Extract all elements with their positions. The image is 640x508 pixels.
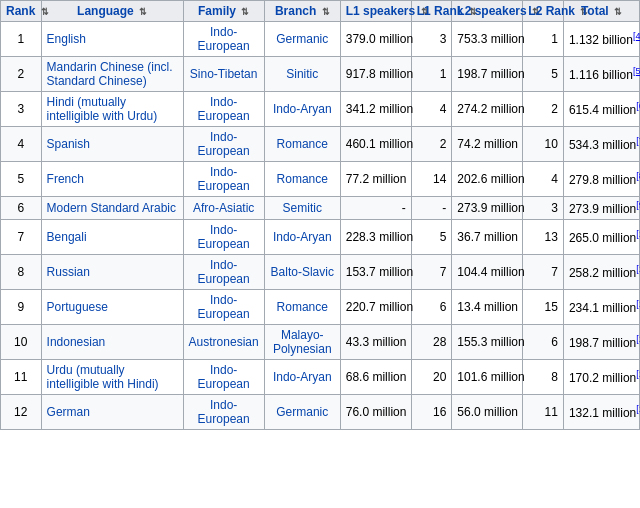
cell-branch-11[interactable]: Germanic: [264, 395, 340, 430]
cell-family-1[interactable]: Sino-Tibetan: [183, 57, 264, 92]
cell-branch-0[interactable]: Germanic: [264, 22, 340, 57]
table-row: 12GermanIndo-EuropeanGermanic76.0 millio…: [1, 395, 640, 430]
cell-lang-1[interactable]: Mandarin Chinese (incl. Standard Chinese…: [41, 57, 183, 92]
cell-num-9: 43.3 million: [340, 325, 411, 360]
cell-num-1: 198.7 million: [452, 57, 523, 92]
sup-link-5[interactable]: [9]: [636, 200, 640, 210]
cell-num-2: 341.2 million: [340, 92, 411, 127]
cell-num-7: 153.7 million: [340, 255, 411, 290]
cell-branch-3[interactable]: Romance: [264, 127, 340, 162]
sup-link-8[interactable]: [12]: [636, 299, 640, 309]
table-row: 8RussianIndo-EuropeanBalto-Slavic153.7 m…: [1, 255, 640, 290]
cell-num-3: 2: [411, 127, 452, 162]
cell-branch-2[interactable]: Indo-Aryan: [264, 92, 340, 127]
col-l2rank[interactable]: L2 Rank ⇅: [523, 1, 564, 22]
cell-num-0: 379.0 million: [340, 22, 411, 57]
col-rank[interactable]: Rank ⇅: [1, 1, 42, 22]
cell-branch-5[interactable]: Semitic: [264, 197, 340, 220]
cell-num-5: 3: [523, 197, 564, 220]
cell-rank-3: 4: [1, 127, 42, 162]
cell-num-1: 1: [411, 57, 452, 92]
cell-family-2[interactable]: Indo-European: [183, 92, 264, 127]
cell-branch-9[interactable]: Malayo-Polynesian: [264, 325, 340, 360]
col-branch[interactable]: Branch ⇅: [264, 1, 340, 22]
sup-link-6[interactable]: [10]: [636, 229, 640, 239]
cell-family-4[interactable]: Indo-European: [183, 162, 264, 197]
cell-lang-5[interactable]: Modern Standard Arabic: [41, 197, 183, 220]
cell-total-11: 132.1 million[15]: [563, 395, 639, 430]
cell-num-5: 273.9 million: [452, 197, 523, 220]
cell-lang-9[interactable]: Indonesian: [41, 325, 183, 360]
cell-family-5[interactable]: Afro-Asiatic: [183, 197, 264, 220]
sup-link-2[interactable]: [6]: [636, 101, 640, 111]
sort-icon-branch: ⇅: [322, 7, 330, 17]
cell-num-4: 4: [523, 162, 564, 197]
cell-branch-7[interactable]: Balto-Slavic: [264, 255, 340, 290]
cell-num-6: 13: [523, 220, 564, 255]
cell-lang-8[interactable]: Portuguese: [41, 290, 183, 325]
cell-lang-4[interactable]: French: [41, 162, 183, 197]
cell-lang-2[interactable]: Hindi (mutually intelligible with Urdu): [41, 92, 183, 127]
cell-family-10[interactable]: Indo-European: [183, 360, 264, 395]
cell-num-1: 5: [523, 57, 564, 92]
table-row: 10IndonesianAustronesianMalayo-Polynesia…: [1, 325, 640, 360]
sup-link-7[interactable]: [11]: [636, 264, 640, 274]
cell-num-7: 104.4 million: [452, 255, 523, 290]
table-row: 5FrenchIndo-EuropeanRomance77.2 million1…: [1, 162, 640, 197]
cell-family-6[interactable]: Indo-European: [183, 220, 264, 255]
table-row: 9PortugueseIndo-EuropeanRomance220.7 mil…: [1, 290, 640, 325]
table-row: 4SpanishIndo-EuropeanRomance460.1 millio…: [1, 127, 640, 162]
cell-rank-11: 12: [1, 395, 42, 430]
cell-lang-6[interactable]: Bengali: [41, 220, 183, 255]
cell-branch-10[interactable]: Indo-Aryan: [264, 360, 340, 395]
cell-num-7: 7: [411, 255, 452, 290]
cell-num-8: 6: [411, 290, 452, 325]
cell-family-0[interactable]: Indo-European: [183, 22, 264, 57]
sup-link-1[interactable]: [5]: [633, 66, 640, 76]
cell-family-9[interactable]: Austronesian: [183, 325, 264, 360]
col-family[interactable]: Family ⇅: [183, 1, 264, 22]
cell-lang-11[interactable]: German: [41, 395, 183, 430]
table-row: 1EnglishIndo-EuropeanGermanic379.0 milli…: [1, 22, 640, 57]
cell-num-0: 3: [411, 22, 452, 57]
table-row: 3Hindi (mutually intelligible with Urdu)…: [1, 92, 640, 127]
cell-family-7[interactable]: Indo-European: [183, 255, 264, 290]
sup-link-0[interactable]: [4]: [633, 31, 640, 41]
col-l1speakers[interactable]: L1 speakers ⇅: [340, 1, 411, 22]
sup-link-4[interactable]: [8]: [636, 171, 640, 181]
languages-table: Rank ⇅ Language ⇅ Family ⇅ Branch ⇅ L1 s…: [0, 0, 640, 430]
cell-branch-6[interactable]: Indo-Aryan: [264, 220, 340, 255]
col-l2speakers[interactable]: L2 speakers ⇅: [452, 1, 523, 22]
cell-num-0: 753.3 million: [452, 22, 523, 57]
cell-branch-4[interactable]: Romance: [264, 162, 340, 197]
cell-total-10: 170.2 million[14]: [563, 360, 639, 395]
table-row: 11Urdu (mutually intelligible with Hindi…: [1, 360, 640, 395]
cell-lang-7[interactable]: Russian: [41, 255, 183, 290]
cell-family-11[interactable]: Indo-European: [183, 395, 264, 430]
sup-link-11[interactable]: [15]: [636, 404, 640, 414]
table-row: 2Mandarin Chinese (incl. Standard Chines…: [1, 57, 640, 92]
table-row: 6Modern Standard ArabicAfro-AsiaticSemit…: [1, 197, 640, 220]
cell-num-10: 68.6 million: [340, 360, 411, 395]
cell-total-6: 265.0 million[10]: [563, 220, 639, 255]
cell-num-5: -: [411, 197, 452, 220]
cell-num-9: 28: [411, 325, 452, 360]
cell-num-3: 10: [523, 127, 564, 162]
cell-lang-10[interactable]: Urdu (mutually intelligible with Hindi): [41, 360, 183, 395]
cell-lang-0[interactable]: English: [41, 22, 183, 57]
cell-branch-1[interactable]: Sinitic: [264, 57, 340, 92]
cell-num-6: 5: [411, 220, 452, 255]
sup-link-9[interactable]: [13]: [636, 334, 640, 344]
cell-total-5: 273.9 million[9]: [563, 197, 639, 220]
cell-family-3[interactable]: Indo-European: [183, 127, 264, 162]
cell-family-8[interactable]: Indo-European: [183, 290, 264, 325]
col-l1rank[interactable]: L1 Rank ⇅: [411, 1, 452, 22]
cell-total-1: 1.116 billion[5]: [563, 57, 639, 92]
sup-link-10[interactable]: [14]: [636, 369, 640, 379]
sort-icon-total: ⇅: [614, 7, 622, 17]
cell-lang-3[interactable]: Spanish: [41, 127, 183, 162]
sup-link-3[interactable]: [7]: [636, 136, 640, 146]
cell-num-5: -: [340, 197, 411, 220]
col-language[interactable]: Language ⇅: [41, 1, 183, 22]
cell-branch-8[interactable]: Romance: [264, 290, 340, 325]
